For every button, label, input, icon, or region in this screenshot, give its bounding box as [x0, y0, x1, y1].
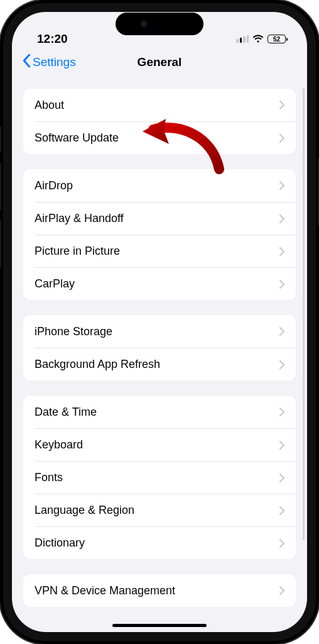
- settings-group: About Software Update: [23, 89, 296, 154]
- row-iphone-storage[interactable]: iPhone Storage: [23, 315, 296, 348]
- settings-group: VPN & Device Management: [23, 574, 296, 607]
- cellular-signal-icon: [236, 35, 249, 43]
- row-label: Fonts: [35, 471, 63, 484]
- chevron-right-icon: [279, 441, 284, 450]
- wifi-icon: [252, 32, 264, 46]
- battery-icon: 52: [268, 35, 286, 43]
- chevron-right-icon: [279, 181, 284, 190]
- row-label: Keyboard: [35, 438, 83, 452]
- status-indicators: 52: [236, 32, 286, 46]
- volume-down-button[interactable]: [0, 219, 1, 268]
- battery-percent: 52: [273, 36, 280, 43]
- row-label: iPhone Storage: [35, 325, 112, 338]
- chevron-right-icon: [279, 360, 284, 369]
- home-indicator[interactable]: [112, 624, 207, 627]
- settings-group: iPhone Storage Background App Refresh: [23, 315, 296, 380]
- mute-switch[interactable]: [0, 126, 1, 152]
- status-time: 12:20: [37, 32, 68, 46]
- navigation-bar: Settings General: [12, 48, 307, 76]
- chevron-right-icon: [279, 327, 284, 336]
- row-label: AirPlay & Handoff: [35, 212, 124, 225]
- row-label: About: [35, 99, 64, 112]
- row-label: Software Update: [35, 131, 119, 145]
- row-label: AirDrop: [35, 179, 73, 192]
- row-language-region[interactable]: Language & Region: [35, 494, 296, 526]
- row-carplay[interactable]: CarPlay: [35, 267, 296, 300]
- row-about[interactable]: About: [23, 89, 296, 121]
- row-airplay-handoff[interactable]: AirPlay & Handoff: [35, 202, 296, 235]
- back-label: Settings: [33, 55, 76, 69]
- chevron-right-icon: [279, 408, 284, 416]
- settings-group: Date & Time Keyboard Fonts Language & Re…: [23, 396, 296, 559]
- row-label: VPN & Device Management: [35, 584, 175, 597]
- row-date-time[interactable]: Date & Time: [23, 396, 296, 428]
- chevron-right-icon: [279, 506, 284, 515]
- chevron-left-icon: [22, 54, 31, 70]
- chevron-right-icon: [279, 586, 284, 595]
- row-fonts[interactable]: Fonts: [35, 461, 296, 494]
- chevron-right-icon: [279, 280, 284, 289]
- screen: 12:20 52 Settings General About: [12, 12, 307, 632]
- row-label: Dictionary: [35, 536, 85, 550]
- scrollbar[interactable]: [303, 87, 305, 540]
- row-airdrop[interactable]: AirDrop: [23, 169, 296, 202]
- chevron-right-icon: [279, 247, 284, 256]
- row-label: Background App Refresh: [35, 358, 160, 371]
- settings-content[interactable]: About Software Update AirDrop AirPlay & …: [12, 76, 307, 632]
- row-vpn-device-management[interactable]: VPN & Device Management: [23, 574, 296, 607]
- row-software-update[interactable]: Software Update: [35, 121, 296, 154]
- back-button[interactable]: Settings: [22, 48, 76, 76]
- row-label: CarPlay: [35, 277, 75, 291]
- chevron-right-icon: [279, 474, 284, 482]
- chevron-right-icon: [279, 539, 284, 548]
- chevron-right-icon: [279, 101, 284, 109]
- row-picture-in-picture[interactable]: Picture in Picture: [35, 235, 296, 267]
- row-dictionary[interactable]: Dictionary: [35, 526, 296, 559]
- dynamic-island: [116, 13, 203, 35]
- page-title: General: [138, 55, 182, 69]
- row-background-app-refresh[interactable]: Background App Refresh: [35, 348, 296, 380]
- row-label: Language & Region: [35, 504, 134, 517]
- iphone-frame: 12:20 52 Settings General About: [0, 0, 319, 644]
- chevron-right-icon: [279, 214, 284, 223]
- chevron-right-icon: [279, 134, 284, 143]
- settings-group: AirDrop AirPlay & Handoff Picture in Pic…: [23, 169, 296, 300]
- volume-up-button[interactable]: [0, 162, 1, 211]
- row-label: Date & Time: [35, 406, 97, 419]
- row-label: Picture in Picture: [35, 245, 120, 258]
- row-keyboard[interactable]: Keyboard: [35, 428, 296, 461]
